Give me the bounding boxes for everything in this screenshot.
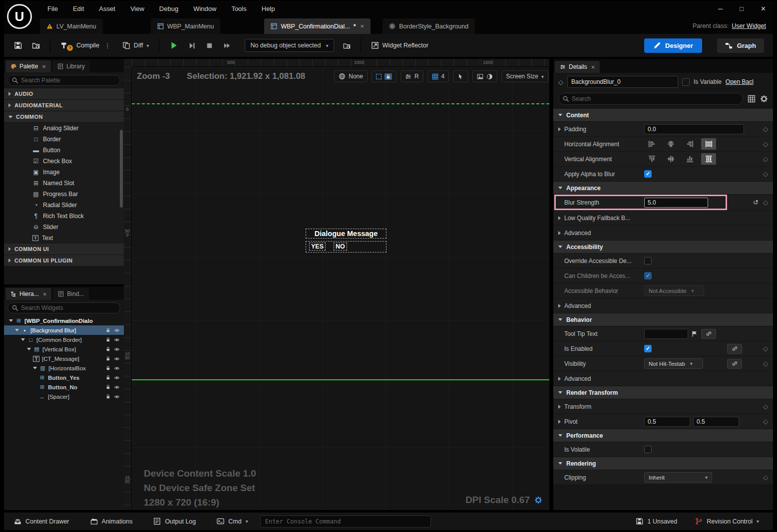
preview-background-button[interactable] bbox=[472, 70, 497, 82]
clipping-dropdown[interactable]: Inherit ▾ bbox=[644, 472, 712, 483]
is-variable-checkbox[interactable] bbox=[682, 78, 690, 86]
select-tool-button[interactable] bbox=[453, 70, 468, 82]
menu-help[interactable]: Help bbox=[254, 1, 283, 16]
lock-selection-button[interactable] bbox=[372, 70, 396, 82]
bind-diamond-icon[interactable]: ◇ bbox=[763, 125, 768, 133]
halign-fill-button[interactable] bbox=[701, 138, 716, 150]
chevron-down-icon[interactable] bbox=[15, 329, 19, 331]
palette-item-radial-slider[interactable]: ◔Radial Slider bbox=[4, 200, 124, 211]
localization-preview-button[interactable]: None bbox=[334, 70, 368, 82]
debug-object-dropdown[interactable]: No debug object selected ▾ bbox=[245, 39, 334, 52]
compile-button[interactable]: ? Compile ⋮ bbox=[56, 37, 116, 54]
lock-icon[interactable] bbox=[105, 384, 111, 390]
palette-item-text[interactable]: TText bbox=[4, 233, 124, 244]
gear-icon[interactable] bbox=[534, 496, 542, 504]
design-viewport[interactable]: Zoom -3 Selection: 1,921.92 x 1,081.08 N… bbox=[132, 67, 549, 510]
reset-to-default-icon[interactable]: ↺ bbox=[753, 199, 759, 206]
browse-to-asset-button[interactable] bbox=[28, 38, 44, 52]
menu-file[interactable]: File bbox=[40, 1, 65, 16]
is-volatile-checkbox[interactable] bbox=[644, 446, 652, 453]
section-content[interactable]: Content bbox=[553, 109, 773, 122]
section-accessibility[interactable]: Accessibility bbox=[553, 241, 773, 254]
valign-fill-button[interactable] bbox=[701, 153, 716, 165]
palette-item-image[interactable]: ▣Image bbox=[4, 167, 124, 178]
bind-diamond-icon[interactable]: ◇ bbox=[763, 418, 768, 425]
minimize-icon[interactable]: ─ bbox=[718, 5, 723, 12]
close-icon[interactable]: ✕ bbox=[761, 5, 766, 12]
bind-diamond-icon[interactable]: ◇ bbox=[763, 170, 768, 178]
revision-control-button[interactable]: Revision Control ▾ bbox=[688, 515, 766, 528]
tab-bind-widgets[interactable]: Bind... bbox=[53, 288, 89, 300]
chevron-down-icon[interactable] bbox=[33, 367, 37, 369]
gear-icon[interactable] bbox=[760, 95, 768, 103]
section-performance[interactable]: Performance bbox=[553, 429, 773, 442]
menu-debug[interactable]: Debug bbox=[152, 1, 186, 16]
screen-size-button[interactable]: Screen Size ▾ bbox=[501, 70, 548, 82]
blur-strength-input[interactable] bbox=[644, 198, 708, 208]
frame-skip-button[interactable] bbox=[184, 39, 200, 52]
bind-diamond-icon[interactable]: ◇ bbox=[763, 155, 768, 163]
asset-tab-wbp-confirmationdialog[interactable]: WBP_ConfirmationDial... * × bbox=[264, 18, 371, 34]
eye-icon[interactable] bbox=[114, 356, 120, 362]
save-button[interactable] bbox=[10, 38, 26, 52]
close-tab-icon[interactable]: × bbox=[42, 63, 46, 70]
valign-center-button[interactable] bbox=[663, 153, 678, 165]
is-enabled-checkbox[interactable] bbox=[644, 345, 652, 352]
designer-canvas[interactable]: 500 1000 1500 0 500 1000 1500 Zoom -3 Se… bbox=[124, 59, 549, 510]
bind-diamond-icon[interactable]: ◇ bbox=[763, 345, 768, 352]
hierarchy-item-vertical-box[interactable]: ▤ [Vertical Box] bbox=[4, 344, 124, 354]
hierarchy-item-button-no[interactable]: ⊞ Button_No bbox=[4, 382, 124, 392]
chevron-down-icon[interactable] bbox=[21, 338, 25, 341]
button-row-outline[interactable]: YES NO bbox=[306, 241, 387, 253]
menu-tools[interactable]: Tools bbox=[224, 1, 254, 16]
advance-button[interactable] bbox=[219, 39, 235, 52]
visibility-dropdown[interactable]: Not Hit-Testab ▾ bbox=[644, 358, 703, 369]
display-filter-icon[interactable] bbox=[748, 95, 756, 103]
eye-icon[interactable] bbox=[114, 346, 120, 352]
flag-icon[interactable] bbox=[691, 330, 698, 337]
yes-button-preview[interactable]: YES bbox=[309, 243, 326, 251]
asset-tab-lv-mainmenu[interactable]: LV_MainMenu bbox=[40, 18, 103, 34]
valign-top-button[interactable] bbox=[644, 153, 659, 165]
selected-widget-preview[interactable]: Dialogue Message YES NO bbox=[306, 229, 387, 253]
animations-button[interactable]: Animations bbox=[83, 515, 140, 528]
lock-icon[interactable] bbox=[105, 327, 111, 333]
chevron-down-icon[interactable] bbox=[9, 319, 13, 322]
maximize-icon[interactable]: □ bbox=[740, 5, 744, 12]
bind-diamond-icon[interactable]: ◇ bbox=[763, 474, 768, 481]
asset-tab-wbp-mainmenu[interactable]: WBP_MainMenu bbox=[151, 18, 221, 34]
compile-options-icon[interactable]: ⋮ bbox=[103, 42, 112, 49]
row-accessibility-advanced[interactable]: Advanced bbox=[553, 298, 773, 313]
lock-icon[interactable] bbox=[105, 375, 111, 380]
cmd-dropdown[interactable]: Cmd ▾ bbox=[210, 515, 255, 528]
valign-bottom-button[interactable] bbox=[682, 153, 697, 165]
lock-icon[interactable] bbox=[105, 337, 111, 342]
respect-locks-button[interactable]: R bbox=[400, 70, 423, 82]
row-appearance-advanced[interactable]: Advanced bbox=[553, 226, 773, 241]
diff-button[interactable]: Diff ▾ bbox=[118, 38, 153, 52]
palette-item-button[interactable]: ▬Button bbox=[4, 145, 124, 156]
content-drawer-button[interactable]: Content Drawer bbox=[7, 515, 76, 528]
override-accessible-checkbox[interactable] bbox=[644, 257, 652, 265]
palette-item-border[interactable]: □Border bbox=[4, 134, 124, 145]
hierarchy-item-common-border[interactable]: □ [Common Border] bbox=[4, 335, 124, 344]
bind-function-button[interactable] bbox=[727, 344, 742, 354]
menu-asset[interactable]: Asset bbox=[91, 1, 123, 16]
halign-center-button[interactable] bbox=[663, 138, 678, 150]
bind-function-button[interactable] bbox=[701, 329, 716, 339]
eye-icon[interactable] bbox=[114, 375, 120, 381]
palette-item-progress-bar[interactable]: ▤Progress Bar bbox=[4, 189, 124, 200]
output-log-button[interactable]: Output Log bbox=[146, 515, 203, 528]
close-tab-icon[interactable]: × bbox=[361, 22, 365, 30]
lock-icon[interactable] bbox=[105, 346, 111, 352]
hierarchy-item-spacer[interactable]: ↔ [Spacer] bbox=[4, 392, 124, 401]
close-tab-icon[interactable]: × bbox=[591, 63, 595, 71]
eye-icon[interactable] bbox=[114, 384, 120, 390]
widget-name-input[interactable] bbox=[567, 76, 678, 88]
section-behavior[interactable]: Behavior bbox=[553, 313, 773, 326]
palette-group-common-ui[interactable]: COMMON UI bbox=[4, 244, 124, 255]
lock-icon[interactable] bbox=[105, 356, 111, 361]
section-rendering[interactable]: Rendering bbox=[553, 457, 773, 470]
eye-icon[interactable] bbox=[114, 327, 120, 333]
hierarchy-item-root[interactable]: ⊞ [WBP_ConfirmationDialo bbox=[4, 316, 124, 325]
